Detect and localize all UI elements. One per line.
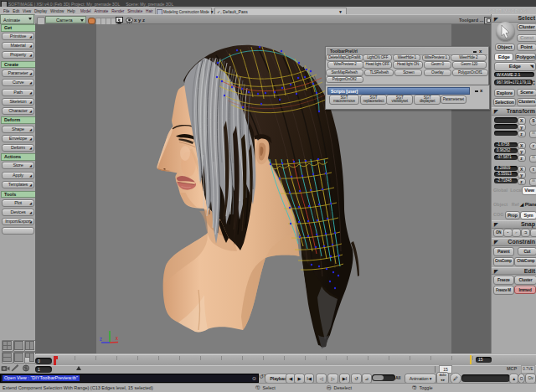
svg-text:X: X: [116, 337, 118, 341]
svg-text:Z: Z: [100, 338, 102, 342]
